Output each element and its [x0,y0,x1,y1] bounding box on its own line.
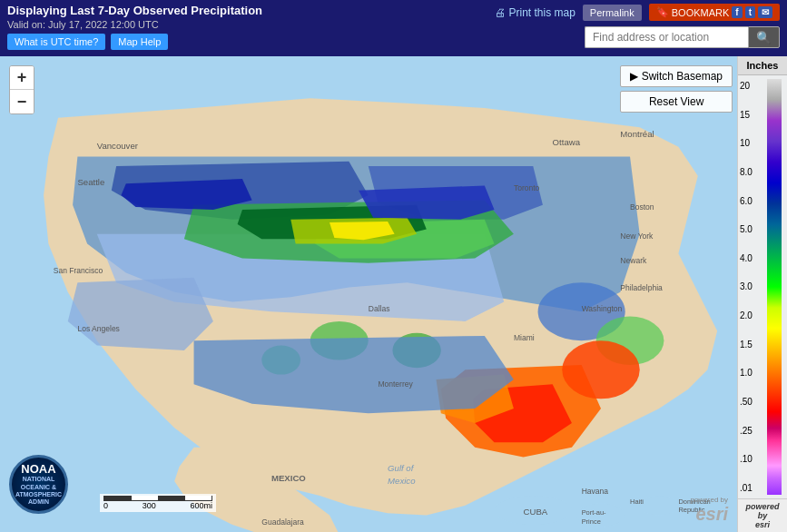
scale-labels: 0 300 600mi [103,501,212,510]
zoom-in-button[interactable]: + [10,66,34,90]
svg-text:Monterrey: Monterrey [378,380,413,389]
map-container[interactable]: Vancouver Seattle San Francisco Los Ange… [0,56,787,532]
search-icon: 🔍 [756,31,772,44]
svg-text:Boston: Boston [630,202,654,212]
legend-bar-container: 2015108.06.05.04.03.02.01.51.0.50.25.10.… [738,75,787,498]
triangle-icon: ▶ [630,70,641,83]
legend-label: 3.0 [740,281,765,291]
svg-text:Mexico: Mexico [388,476,416,486]
map-title: Displaying Last 7-Day Observed Precipita… [7,4,262,19]
legend-color-bar [767,79,782,495]
svg-text:Vancouver: Vancouver [97,141,139,151]
header-buttons: What is UTC time? Map Help [7,34,262,50]
map-valid-date: Valid on: July 17, 2022 12:00 UTC [7,19,262,30]
header: Displaying Last 7-Day Observed Precipita… [0,0,787,56]
noaa-logo: NOAA NATIONALOCEANIC &ATMOSPHERICADMIN [9,455,68,514]
twitter-icon[interactable]: t [745,6,755,18]
search-area: 🔍 [585,26,780,48]
svg-text:Philadelphia: Philadelphia [620,283,663,292]
legend-labels: 2015108.06.05.04.03.02.01.51.0.50.25.10.… [740,79,765,495]
scale-seg-1 [104,496,132,500]
svg-point-9 [562,340,639,399]
legend-label: .50 [740,397,765,407]
map-controls: ▶ Switch Basemap Reset View [620,65,733,113]
svg-text:Guadalajara: Guadalajara [261,517,304,527]
precipitation-legend: Inches 2015108.06.05.04.03.02.01.51.0.50… [737,56,787,532]
facebook-icon[interactable]: f [732,6,742,18]
esri-logo: powered by esri [691,496,728,525]
svg-text:Toronto: Toronto [514,183,540,192]
bookmark-icon: 🔖 [656,6,669,18]
svg-text:CUBA: CUBA [524,507,548,517]
printer-icon: 🖨 [495,6,506,19]
esri-wordmark: esri [691,504,728,525]
legend-label: .01 [740,483,765,493]
scale-bar: 0 300 600mi [100,494,216,512]
svg-text:Seattle: Seattle [77,177,104,187]
legend-label: .10 [740,454,765,464]
scale-seg-2 [132,496,159,500]
map-background: Vancouver Seattle San Francisco Los Ange… [0,56,787,532]
svg-text:Ottawa: Ottawa [553,137,581,147]
svg-text:Prince: Prince [582,517,601,526]
legend-label: 4.0 [740,253,765,263]
svg-text:Dallas: Dallas [369,304,390,313]
header-actions: 🖨 Print this map Permalink 🔖 BOOKMARK f … [495,4,780,21]
legend-label: 5.0 [740,224,765,234]
utc-time-button[interactable]: What is UTC time? [7,34,105,50]
svg-text:Los Angeles: Los Angeles [77,324,119,333]
bookmark-button[interactable]: 🔖 BOOKMARK f t ✉ [649,4,780,21]
header-right: 🖨 Print this map Permalink 🔖 BOOKMARK f … [495,4,780,48]
scale-seg-3 [158,496,185,500]
zoom-out-button[interactable]: − [10,90,34,113]
legend-label: 8.0 [740,167,765,177]
switch-basemap-button[interactable]: ▶ Switch Basemap [620,65,733,87]
svg-text:Gulf of: Gulf of [388,463,415,473]
scale-seg-4 [185,496,212,500]
search-input[interactable] [585,26,748,48]
search-button[interactable]: 🔍 [748,26,780,48]
noaa-emblem: NOAA NATIONALOCEANIC &ATMOSPHERICADMIN [9,455,68,514]
legend-label: .25 [740,426,765,436]
legend-label: 1.5 [740,340,765,350]
legend-label: 15 [740,110,765,120]
zoom-controls: + − [9,65,34,114]
svg-text:MEXICO: MEXICO [271,473,306,483]
legend-label: 20 [740,81,765,91]
header-left: Displaying Last 7-Day Observed Precipita… [7,4,262,50]
svg-text:Havana: Havana [582,487,609,496]
svg-text:San Francisco: San Francisco [54,266,103,275]
svg-text:Montréal: Montréal [620,129,654,139]
svg-text:Port-au-: Port-au- [582,508,606,517]
print-link[interactable]: 🖨 Print this map [495,6,575,19]
svg-text:Washington: Washington [582,304,623,313]
svg-text:Haiti: Haiti [630,498,644,506]
legend-label: 1.0 [740,368,765,378]
email-icon[interactable]: ✉ [758,6,772,18]
reset-view-button[interactable]: Reset View [620,91,733,113]
legend-label: 10 [740,138,765,148]
svg-text:Miami: Miami [514,333,535,342]
permalink-button[interactable]: Permalink [583,5,642,21]
legend-bottom-logo: powered by esri [738,498,787,532]
svg-text:Newark: Newark [620,256,647,265]
svg-text:New York: New York [620,232,654,241]
map-help-button[interactable]: Map Help [111,34,168,50]
legend-label: 2.0 [740,310,765,320]
legend-title: Inches [738,56,787,75]
svg-point-3 [640,496,679,515]
legend-label: 6.0 [740,196,765,206]
